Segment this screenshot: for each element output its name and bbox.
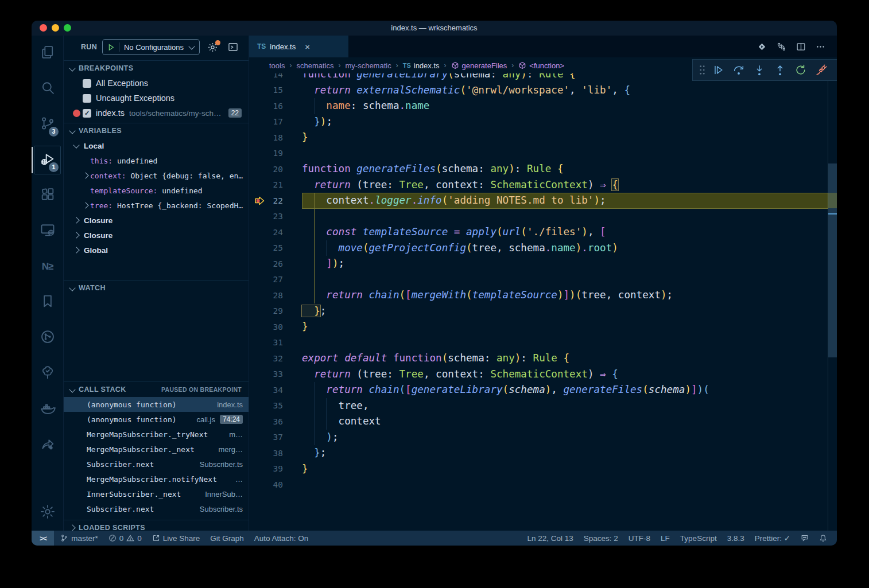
code-line-content[interactable] xyxy=(302,477,828,493)
section-header-call-stack[interactable]: CALL STACKPAUSED ON BREAKPOINT xyxy=(64,381,249,397)
code-line-content[interactable] xyxy=(302,335,828,351)
variable-row[interactable]: this: undefined xyxy=(64,153,249,168)
code-line-content[interactable]: ]); xyxy=(302,256,828,272)
status-problems[interactable]: 00 xyxy=(103,531,147,546)
code-line-content[interactable]: return externalSchematic('@nrwl/workspac… xyxy=(302,83,828,99)
editor-gutter[interactable]: 33 xyxy=(249,367,302,383)
breakpoint-checkbox[interactable] xyxy=(83,79,91,88)
editor-gutter[interactable]: 35 xyxy=(249,398,302,414)
breakpoint-checkbox[interactable] xyxy=(83,94,91,103)
code-line-content[interactable]: function generateFiles(schema: any): Rul… xyxy=(302,161,828,177)
tab-index-ts[interactable]: TS index.ts × xyxy=(249,36,348,57)
editor-gutter[interactable]: 31 xyxy=(249,335,302,351)
activity-item-search[interactable] xyxy=(32,71,63,107)
variable-row[interactable]: templateSource: undefined xyxy=(64,183,249,198)
code-line-content[interactable]: } xyxy=(302,130,828,146)
code-line-content[interactable]: return (tree: Tree, context: SchematicCo… xyxy=(302,177,828,193)
editor-gutter[interactable]: 26 xyxy=(249,256,302,272)
step-out-button[interactable] xyxy=(770,61,790,79)
step-into-button[interactable] xyxy=(749,61,770,79)
code-line-content[interactable]: return chain([generateLibrary(schema), g… xyxy=(302,382,828,398)
status-ts-version[interactable]: 3.8.3 xyxy=(722,534,750,543)
stack-frame-row[interactable]: InnerSubscriber._nextInnerSub… xyxy=(64,486,249,501)
code-line-content[interactable]: context xyxy=(302,414,828,430)
code-line-content[interactable] xyxy=(302,272,828,288)
file-history-button[interactable] xyxy=(775,40,787,53)
activity-item-todo-tree[interactable] xyxy=(32,356,63,391)
status-remote-indicator[interactable]: >< xyxy=(32,531,54,546)
variable-row[interactable]: Local xyxy=(64,138,249,153)
editor-gutter[interactable]: 34 xyxy=(249,382,302,398)
activity-item-bookmarks[interactable] xyxy=(32,285,63,320)
stack-frame-row[interactable]: MergeMapSubscriber._tryNextm… xyxy=(64,427,249,442)
stack-frame-row[interactable]: (anonymous function)index.ts xyxy=(64,397,249,412)
code-line-content[interactable]: } xyxy=(302,319,828,335)
open-changes-button[interactable] xyxy=(755,40,768,53)
code-line-content[interactable]: name: schema.name xyxy=(302,98,828,114)
stack-frame-row[interactable]: Subscriber.nextSubscriber.ts xyxy=(64,457,249,472)
editor-gutter[interactable]: 36 xyxy=(249,414,302,430)
breadcrumb-item[interactable]: tools xyxy=(269,61,285,70)
more-actions-button[interactable] xyxy=(814,40,827,53)
code-line-content[interactable]: tree, xyxy=(302,398,828,414)
step-over-button[interactable] xyxy=(728,61,749,79)
section-header-breakpoints[interactable]: BREAKPOINTS xyxy=(64,60,249,76)
code-line-content[interactable]: }; xyxy=(302,303,828,320)
start-debugging-icon[interactable] xyxy=(107,43,115,52)
code-line-content[interactable]: ); xyxy=(302,430,828,446)
editor-gutter[interactable]: 40 xyxy=(249,477,302,493)
editor-gutter[interactable]: 29 xyxy=(249,303,302,320)
variable-row[interactable]: context: Object {debug: false, en… xyxy=(64,168,249,183)
editor-gutter[interactable]: 20 xyxy=(249,161,302,177)
code-line-content[interactable] xyxy=(302,209,828,225)
breadcrumb-item[interactable]: ›my-schematic xyxy=(334,61,391,70)
editor-gutter[interactable]: 24 xyxy=(249,224,302,240)
editor-gutter[interactable]: 37 xyxy=(249,430,302,446)
launch-configuration-dropdown[interactable]: No Configurations xyxy=(102,39,200,55)
configure-gear-button[interactable] xyxy=(207,42,218,53)
code-line-content[interactable]: move(getProjectConfig(tree, schema.name)… xyxy=(302,240,828,256)
breadcrumb-item[interactable]: ›schematics xyxy=(285,61,333,70)
status-git-branch[interactable]: master* xyxy=(55,531,103,546)
editor-gutter[interactable]: 17 xyxy=(249,114,302,130)
editor-gutter[interactable]: 27 xyxy=(249,272,302,288)
editor-gutter[interactable]: 23 xyxy=(249,209,302,225)
activity-item-remote-explorer[interactable] xyxy=(32,213,63,249)
code-editor[interactable]: 14function generateLibrary(schema: any):… xyxy=(249,73,828,531)
section-header-watch[interactable]: WATCH xyxy=(64,280,249,295)
editor-gutter[interactable]: 28 xyxy=(249,287,302,303)
activity-item-nx-console[interactable]: N≥ xyxy=(32,249,63,285)
activity-item-manage[interactable] xyxy=(32,495,63,531)
variable-row[interactable]: Closure xyxy=(64,228,249,243)
activity-item-explorer[interactable] xyxy=(32,36,63,71)
debug-console-button[interactable] xyxy=(227,41,239,53)
status-indentation[interactable]: Spaces: 2 xyxy=(579,534,623,543)
activity-item-source-control[interactable]: 3 xyxy=(32,107,63,142)
code-line-content[interactable]: const templateSource = apply(url('./file… xyxy=(302,224,828,240)
activity-item-run-and-debug[interactable]: 1 xyxy=(32,142,63,178)
editor-gutter[interactable]: 30 xyxy=(249,319,302,335)
editor-gutter[interactable]: 22 xyxy=(249,193,302,209)
stack-frame-row[interactable]: (anonymous function)call.js74:24 xyxy=(64,412,249,427)
status-eol[interactable]: LF xyxy=(655,534,675,543)
toolbar-drag-handle[interactable] xyxy=(696,64,708,76)
breakpoint-checkbox[interactable] xyxy=(83,109,91,118)
editor-gutter[interactable]: 38 xyxy=(249,445,302,461)
section-header-variables[interactable]: VARIABLES xyxy=(64,123,249,138)
editor-gutter[interactable]: 32 xyxy=(249,351,302,367)
stack-frame-row[interactable]: MergeMapSubscriber.notifyNext… xyxy=(64,472,249,486)
status-language-mode[interactable]: TypeScript xyxy=(675,534,722,543)
breadcrumb-item[interactable]: ›generateFiles xyxy=(440,61,507,70)
editor-gutter[interactable]: 25 xyxy=(249,240,302,256)
variable-row[interactable]: tree: HostTree {_backend: ScopedH… xyxy=(64,198,249,213)
status-prettier[interactable]: Prettier: ✓ xyxy=(750,534,796,543)
breakpoint-row[interactable]: index.tstools/schematics/my-sch…22 xyxy=(64,106,249,120)
status-git-graph[interactable]: Git Graph xyxy=(205,531,249,546)
split-editor-button[interactable] xyxy=(794,40,807,53)
activity-item-git-graph-view[interactable] xyxy=(32,320,63,356)
variable-row[interactable]: Global xyxy=(64,243,249,258)
variable-row[interactable]: Closure xyxy=(64,213,249,228)
editor-gutter[interactable]: 21 xyxy=(249,177,302,193)
code-line-content[interactable]: context.logger.info('adding NOTES.md to … xyxy=(302,193,828,209)
breakpoint-row[interactable]: All Exceptions xyxy=(64,76,249,91)
